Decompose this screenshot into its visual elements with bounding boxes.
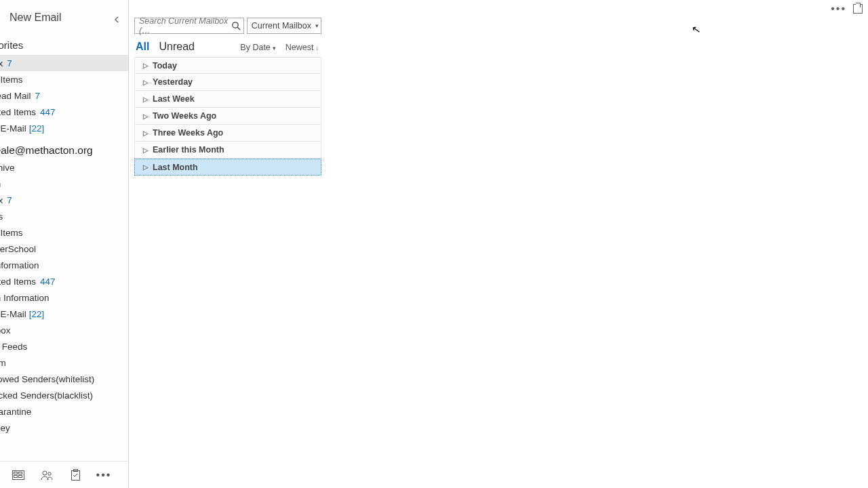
- folder-item[interactable]: Information: [0, 257, 128, 273]
- favorites-list: ox7it Itemsread Mail7eted Items447k E-Ma…: [0, 55, 128, 136]
- folder-label: k E-Mail: [0, 123, 26, 134]
- date-group-label: Two Weeks Ago: [153, 111, 216, 121]
- folder-item[interactable]: it Items: [0, 224, 128, 241]
- folder-label: chive: [0, 163, 15, 173]
- folder-item[interactable]: ocked Senders(blacklist): [0, 387, 128, 403]
- folder-label: Information: [0, 260, 39, 270]
- date-group-row[interactable]: ▷Three Weeks Ago: [134, 125, 321, 142]
- expand-triangle-icon: ▷: [143, 62, 149, 69]
- folder-item[interactable]: read Mail7: [0, 87, 128, 104]
- date-group-label: Three Weeks Ago: [153, 128, 223, 138]
- folder-item[interactable]: lney: [0, 420, 128, 436]
- folder-label: ox: [0, 195, 3, 205]
- folder-label: eted Items: [0, 107, 36, 117]
- folder-label: read Mail: [0, 91, 31, 101]
- filter-row: All Unread By Date▾ Newest↓: [134, 39, 321, 57]
- more-modules-icon[interactable]: •••: [98, 469, 110, 481]
- sort-order-dropdown[interactable]: Newest↓: [285, 43, 319, 52]
- mail-module-icon[interactable]: [12, 469, 24, 481]
- chevron-down-icon: ▾: [273, 45, 276, 52]
- sort-by-label: By Date: [240, 43, 270, 52]
- window-overflow-controls: •••: [831, 3, 863, 15]
- folder-count: [22]: [29, 309, 45, 319]
- folder-nav-pane: New Email vorites ox7it Itemsread Mail7e…: [0, 0, 129, 488]
- more-options-icon[interactable]: •••: [831, 3, 846, 15]
- svg-point-5: [43, 471, 47, 475]
- folder-label: werSchool: [0, 244, 36, 254]
- date-group-row[interactable]: ▷Last Week: [134, 91, 321, 108]
- people-module-icon[interactable]: [41, 469, 53, 481]
- folder-item[interactable]: am: [0, 354, 128, 371]
- date-group-label: Earlier this Month: [153, 145, 224, 155]
- new-email-label: New Email: [9, 12, 61, 24]
- folder-count: 447: [40, 277, 56, 287]
- folder-item[interactable]: tbox: [0, 322, 128, 338]
- svg-point-9: [233, 22, 238, 28]
- search-scope-dropdown[interactable]: Current Mailbox ▾: [247, 18, 321, 34]
- folder-label: it Items: [0, 75, 23, 85]
- restore-window-icon[interactable]: [853, 4, 863, 14]
- date-group-label: Yesterday: [153, 77, 193, 87]
- folder-count: 7: [35, 91, 41, 101]
- folder-label: ocked Senders(blacklist): [0, 390, 93, 401]
- search-scope-label: Current Mailbox: [252, 21, 311, 30]
- folder-label: m: [0, 179, 1, 189]
- account-header[interactable]: Dale@methacton.org: [0, 136, 128, 159]
- expand-triangle-icon: ▷: [143, 79, 149, 86]
- tasks-module-icon[interactable]: [69, 469, 81, 481]
- folder-item[interactable]: chive: [0, 159, 128, 176]
- folder-item[interactable]: eted Items447: [0, 104, 128, 120]
- search-placeholder: Search Current Mailbox (…: [139, 16, 231, 35]
- folder-item[interactable]: werSchool: [0, 241, 128, 257]
- folder-item[interactable]: llowed Senders(whitelist): [0, 371, 128, 387]
- svg-rect-1: [14, 472, 18, 474]
- folder-count: 7: [7, 58, 12, 68]
- favorites-header[interactable]: vorites: [0, 35, 128, 55]
- svg-rect-2: [14, 475, 18, 477]
- chevron-down-icon: ▾: [315, 22, 319, 29]
- date-group-label: Today: [153, 61, 177, 70]
- nav-switcher-bar: •••: [0, 461, 128, 488]
- folder-label: llowed Senders(whitelist): [0, 374, 94, 384]
- date-group-label: Last Week: [153, 94, 195, 104]
- folder-item[interactable]: eted Items447: [0, 273, 128, 289]
- folder-label: ox: [0, 58, 3, 68]
- message-list-pane: Search Current Mailbox (… Current Mailbo…: [129, 0, 326, 488]
- search-icon[interactable]: [231, 21, 241, 30]
- folder-item[interactable]: ox7: [0, 192, 128, 208]
- folder-label: eted Items: [0, 277, 36, 287]
- date-group-row[interactable]: ▷Yesterday: [134, 74, 321, 91]
- folder-item[interactable]: it Items: [0, 71, 128, 87]
- expand-triangle-icon: ▷: [143, 163, 149, 171]
- search-input[interactable]: Search Current Mailbox (…: [134, 18, 244, 34]
- collapse-nav-icon[interactable]: [112, 15, 121, 24]
- svg-point-6: [48, 472, 51, 474]
- expand-triangle-icon: ▷: [143, 96, 149, 103]
- folder-item[interactable]: uarantine: [0, 403, 128, 420]
- filter-all-tab[interactable]: All: [136, 41, 149, 53]
- sort-by-dropdown[interactable]: By Date▾: [240, 43, 275, 52]
- folder-item[interactable]: k E-Mail[22]: [0, 120, 128, 136]
- folder-item[interactable]: k E-Mail[22]: [0, 306, 128, 322]
- date-group-row[interactable]: ▷Two Weeks Ago: [134, 108, 321, 125]
- folder-count: 7: [7, 195, 12, 205]
- account-folder-list: chivemox7ftsit ItemswerSchoolInformation…: [0, 159, 128, 461]
- folder-item[interactable]: S Feeds: [0, 338, 128, 354]
- folder-label: th Information: [0, 293, 50, 303]
- folder-item[interactable]: ox7: [0, 55, 128, 71]
- date-group-row[interactable]: ▷Earlier this Month: [134, 142, 321, 159]
- date-group-row[interactable]: ▷Last Month: [134, 159, 321, 176]
- folder-label: it Items: [0, 228, 23, 238]
- folder-item[interactable]: fts: [0, 208, 128, 224]
- sort-order-label: Newest: [285, 43, 314, 52]
- search-row: Search Current Mailbox (… Current Mailbo…: [134, 18, 321, 34]
- folder-count: [22]: [29, 123, 45, 134]
- new-email-button[interactable]: New Email: [0, 0, 128, 35]
- folder-label: uarantine: [0, 407, 31, 417]
- folder-item[interactable]: th Information: [0, 289, 128, 306]
- filter-unread-tab[interactable]: Unread: [159, 41, 194, 53]
- date-group-row[interactable]: ▷Today: [134, 57, 321, 74]
- folder-label: am: [0, 358, 6, 368]
- folder-label: fts: [0, 211, 3, 222]
- folder-item[interactable]: m: [0, 176, 128, 192]
